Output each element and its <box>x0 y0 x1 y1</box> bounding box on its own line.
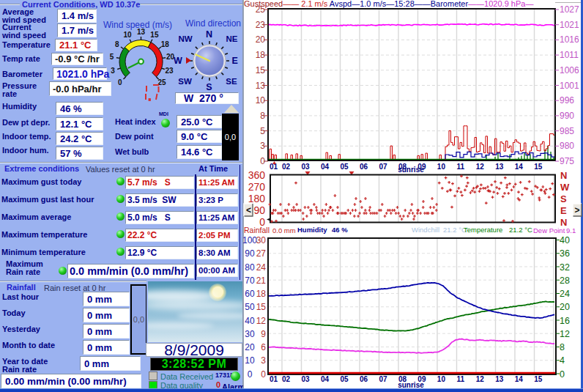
svg-text:8: 8 <box>115 40 119 48</box>
svg-text:SE: SE <box>226 77 237 86</box>
svg-text:9.1: 9.1 <box>566 226 576 234</box>
svg-text:6: 6 <box>261 342 266 352</box>
svg-text:Windchill: Windchill <box>412 226 439 234</box>
svg-text:70: 70 <box>245 275 255 286</box>
svg-text:15: 15 <box>534 375 543 383</box>
svg-text:14: 14 <box>515 163 524 171</box>
svg-text:100: 100 <box>243 235 257 245</box>
svg-text:36: 36 <box>560 248 570 259</box>
svg-text:S: S <box>560 193 567 204</box>
svg-text:3: 3 <box>261 355 266 366</box>
svg-text:985: 985 <box>560 126 574 136</box>
svg-text:06: 06 <box>360 163 368 171</box>
svg-text:02: 02 <box>282 163 291 171</box>
svg-text:50: 50 <box>245 302 255 312</box>
svg-text:0: 0 <box>560 369 565 380</box>
svg-text:15: 15 <box>256 302 267 312</box>
svg-text:32: 32 <box>560 262 570 273</box>
svg-text:04: 04 <box>321 375 330 383</box>
svg-text:60: 60 <box>245 289 255 299</box>
svg-text:23: 23 <box>165 67 174 75</box>
svg-text:Dew Point: Dew Point <box>533 226 565 234</box>
svg-text:15: 15 <box>534 163 543 171</box>
svg-text:1001: 1001 <box>560 81 579 91</box>
svg-text:180: 180 <box>248 193 266 204</box>
svg-text:3: 3 <box>111 67 115 75</box>
svg-text:24: 24 <box>256 262 267 273</box>
svg-text:46 %: 46 % <box>332 226 348 234</box>
svg-text:07: 07 <box>379 163 387 171</box>
svg-text:20: 20 <box>560 302 570 312</box>
svg-text:02: 02 <box>282 375 291 383</box>
svg-text:18: 18 <box>161 40 170 48</box>
svg-text:W: W <box>174 56 182 66</box>
svg-text:07: 07 <box>379 375 387 383</box>
svg-text:15: 15 <box>150 31 159 39</box>
svg-text:0.0 mm: 0.0 mm <box>272 226 296 234</box>
svg-text:>: > <box>575 205 580 215</box>
svg-text:4: 4 <box>560 355 565 366</box>
svg-text:21: 21 <box>256 275 267 286</box>
svg-text:14: 14 <box>515 375 524 383</box>
svg-text:12: 12 <box>560 329 570 339</box>
svg-text:90: 90 <box>253 204 265 216</box>
svg-text:80: 80 <box>245 262 255 273</box>
svg-text:Temperature: Temperature <box>464 226 502 234</box>
svg-text:10: 10 <box>124 31 133 39</box>
svg-text:E: E <box>231 56 237 66</box>
svg-text:13: 13 <box>495 375 504 383</box>
svg-text:8: 8 <box>560 342 565 352</box>
svg-text:975: 975 <box>560 156 574 166</box>
svg-text:20: 20 <box>245 342 255 352</box>
svg-text:11: 11 <box>457 163 465 171</box>
svg-text:25: 25 <box>158 78 167 86</box>
svg-text:0: 0 <box>261 369 266 380</box>
svg-text:9: 9 <box>261 329 266 339</box>
svg-text:10: 10 <box>437 375 446 383</box>
svg-text:04: 04 <box>321 163 330 171</box>
svg-text:12: 12 <box>256 316 267 326</box>
svg-text:16: 16 <box>560 316 570 326</box>
svg-text:270: 270 <box>248 181 266 193</box>
svg-text:SW: SW <box>178 77 192 86</box>
svg-text:1006: 1006 <box>560 65 579 75</box>
svg-text:18: 18 <box>256 289 267 299</box>
svg-text:21.2 °C: 21.2 °C <box>509 226 532 234</box>
svg-text:5: 5 <box>110 53 114 61</box>
svg-text:40: 40 <box>560 235 570 245</box>
svg-text:06: 06 <box>360 375 368 383</box>
svg-text:990: 990 <box>560 111 574 121</box>
svg-text:90: 90 <box>245 248 255 259</box>
svg-text:13: 13 <box>137 28 146 36</box>
svg-text:Rainfall: Rainfall <box>244 226 270 234</box>
svg-text:30: 30 <box>245 329 255 339</box>
svg-text:13: 13 <box>495 163 504 171</box>
svg-text:05: 05 <box>340 375 349 383</box>
svg-text:N: N <box>206 29 212 40</box>
svg-text:996: 996 <box>560 95 574 106</box>
svg-text:12: 12 <box>476 375 485 383</box>
svg-text:03: 03 <box>302 375 311 383</box>
svg-text:NW: NW <box>178 34 192 43</box>
svg-text:24: 24 <box>560 289 570 299</box>
svg-text:27: 27 <box>256 248 267 259</box>
svg-text:Humidity: Humidity <box>297 226 327 234</box>
svg-text:28: 28 <box>560 275 570 286</box>
svg-text:1016: 1016 <box>560 34 579 45</box>
svg-text:40: 40 <box>245 316 255 326</box>
svg-text:<: < <box>246 205 251 215</box>
svg-text:1011: 1011 <box>560 50 579 60</box>
svg-text:05: 05 <box>340 163 349 171</box>
svg-text:10: 10 <box>437 163 446 171</box>
svg-text:980: 980 <box>560 141 574 151</box>
svg-text:03: 03 <box>302 163 311 171</box>
svg-text:11: 11 <box>457 375 465 383</box>
svg-text:W: W <box>560 182 570 193</box>
svg-text:0: 0 <box>118 78 122 86</box>
svg-text:30: 30 <box>256 235 267 245</box>
svg-text:E: E <box>560 205 567 216</box>
svg-text:S: S <box>206 82 212 92</box>
svg-text:1027: 1027 <box>560 4 579 15</box>
svg-text:0: 0 <box>248 369 253 380</box>
svg-text:N: N <box>560 170 567 181</box>
